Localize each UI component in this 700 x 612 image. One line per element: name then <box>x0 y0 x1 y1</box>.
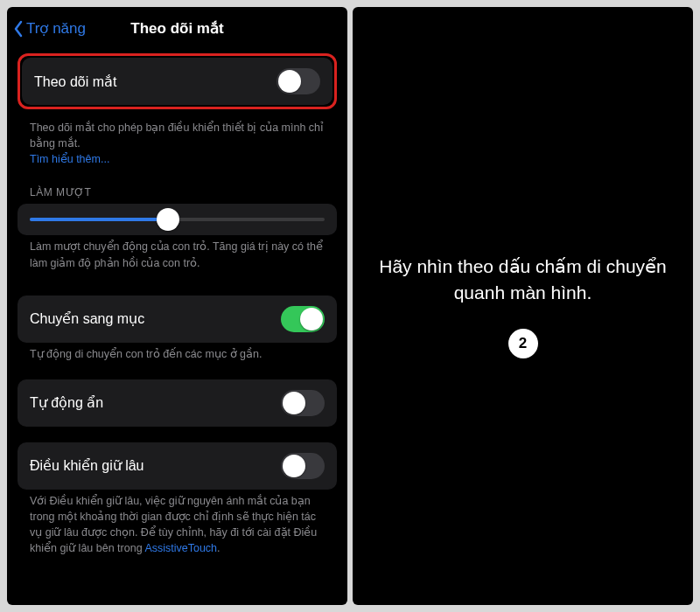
snap-toggle[interactable] <box>281 306 325 332</box>
auto-hide-toggle[interactable] <box>281 390 325 416</box>
dwell-toggle[interactable] <box>281 453 325 479</box>
eye-tracking-desc: Theo dõi mắt cho phép bạn điều khiển thi… <box>18 116 337 176</box>
auto-hide-label: Tự động ẩn <box>30 394 272 411</box>
nav-bar: Trợ năng Theo dõi mắt <box>9 16 346 53</box>
auto-hide-row[interactable]: Tự động ẩn <box>18 379 337 427</box>
eye-tracking-row[interactable]: Theo dõi mắt <box>22 58 332 105</box>
back-button[interactable]: Trợ năng <box>12 19 86 38</box>
dwell-row[interactable]: Điều khiển giữ lâu <box>18 442 337 490</box>
snap-row[interactable]: Chuyển sang mục <box>18 296 337 343</box>
snap-label: Chuyển sang mục <box>30 310 272 327</box>
smoothing-slider[interactable] <box>30 218 325 221</box>
eye-tracking-toggle[interactable] <box>276 68 320 94</box>
back-label: Trợ năng <box>26 19 86 38</box>
calibration-prompt: Hãy nhìn theo dấu chấm di chuyển quanh m… <box>377 254 668 307</box>
eye-tracking-highlight: Theo dõi mắt <box>18 53 337 109</box>
eye-tracking-label: Theo dõi mắt <box>34 73 268 90</box>
smoothing-slider-row <box>18 204 337 235</box>
dwell-desc: Với Điều khiển giữ lâu, việc giữ nguyên … <box>18 490 337 566</box>
chevron-left-icon <box>12 20 24 38</box>
dwell-label: Điều khiển giữ lâu <box>30 457 272 474</box>
settings-screen: Trợ năng Theo dõi mắt Theo dõi mắt Theo … <box>7 7 347 605</box>
calibration-step-badge: 2 <box>508 329 538 358</box>
snap-desc: Tự động di chuyển con trỏ đến các mục ở … <box>18 343 337 371</box>
smoothing-header: LÀM MƯỢT <box>18 176 337 204</box>
calibration-screen: Hãy nhìn theo dấu chấm di chuyển quanh m… <box>353 7 693 605</box>
learn-more-link[interactable]: Tìm hiểu thêm... <box>30 153 109 165</box>
assistivetouch-link[interactable]: AssistiveTouch <box>144 542 217 554</box>
smoothing-desc: Làm mượt chuyển động của con trỏ. Tăng g… <box>18 235 337 279</box>
